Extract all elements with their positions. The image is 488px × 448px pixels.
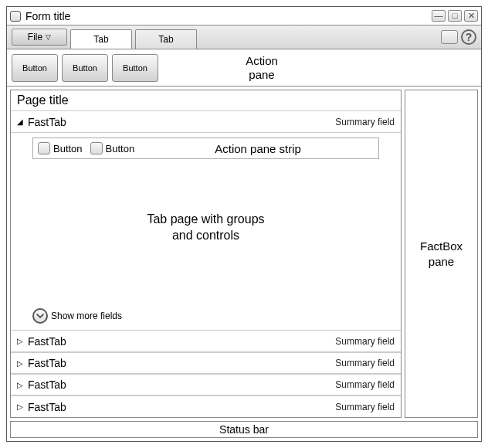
strip-label: Action pane strip (142, 142, 374, 155)
fasttab-collapsed-3[interactable]: ▷ FastTab Summary field (11, 374, 401, 395)
status-bar: Status bar (10, 421, 478, 438)
file-menu-label: File (28, 32, 42, 42)
title-bar: Form title — □ ✕ (7, 7, 481, 25)
fasttab-collapsed-1[interactable]: ▷ FastTab Summary field (11, 331, 401, 352)
fasttab-body: Button Button Action pane strip Tab page… (11, 133, 401, 331)
menubar: File ▽ Tab Tab ? (7, 25, 481, 49)
content-area: Page title ◢ FastTab Summary field Butto… (7, 87, 481, 421)
button-icon (90, 142, 103, 154)
collapse-icon: ▷ (17, 337, 23, 345)
collapse-icon: ▷ (17, 402, 23, 411)
collapse-icon: ▷ (17, 381, 23, 389)
tab-page-label: Tab page with groupsand controls (11, 212, 401, 244)
strip-button-1[interactable]: Button (38, 142, 83, 154)
factbox-pane: FactBoxpane (405, 90, 478, 418)
dropdown-icon: ▽ (46, 33, 51, 41)
fasttab-title: FastTab (28, 116, 335, 128)
fasttab-summary: Summary field (335, 117, 395, 127)
main-panel: Page title ◢ FastTab Summary field Butto… (10, 90, 402, 418)
form-window: Form title — □ ✕ File ▽ Tab Tab ? Button… (6, 6, 482, 442)
maximize-button[interactable]: □ (448, 10, 462, 22)
action-pane-label: Actionpane (215, 54, 308, 82)
action-pane-strip: Button Button Action pane strip (32, 137, 379, 159)
action-pane: Button Button Button Actionpane (7, 49, 481, 87)
app-icon (10, 11, 21, 22)
strip-button-2[interactable]: Button (90, 142, 135, 154)
page-title: Page title (11, 90, 401, 111)
view-options-button[interactable] (441, 30, 458, 44)
help-button[interactable]: ? (461, 29, 476, 45)
button-icon (38, 142, 50, 154)
tab-2[interactable]: Tab (135, 29, 197, 49)
action-pane-button-1[interactable]: Button (12, 54, 58, 82)
minimize-button[interactable]: — (432, 10, 446, 22)
chevron-down-icon (32, 308, 48, 324)
file-menu-button[interactable]: File ▽ (12, 29, 67, 46)
tab-1[interactable]: Tab (70, 29, 132, 49)
window-title: Form title (25, 10, 429, 22)
fasttab-collapsed-2[interactable]: ▷ FastTab Summary field (11, 352, 401, 374)
show-more-fields[interactable]: Show more fields (32, 308, 122, 324)
collapse-icon: ▷ (17, 359, 23, 368)
action-pane-button-2[interactable]: Button (62, 54, 108, 82)
close-button[interactable]: ✕ (464, 10, 478, 22)
fasttab-collapsed-4[interactable]: ▷ FastTab Summary field (11, 395, 401, 417)
action-pane-button-3[interactable]: Button (112, 54, 158, 82)
expand-icon: ◢ (17, 117, 23, 126)
fasttab-header-expanded[interactable]: ◢ FastTab Summary field (11, 111, 401, 133)
